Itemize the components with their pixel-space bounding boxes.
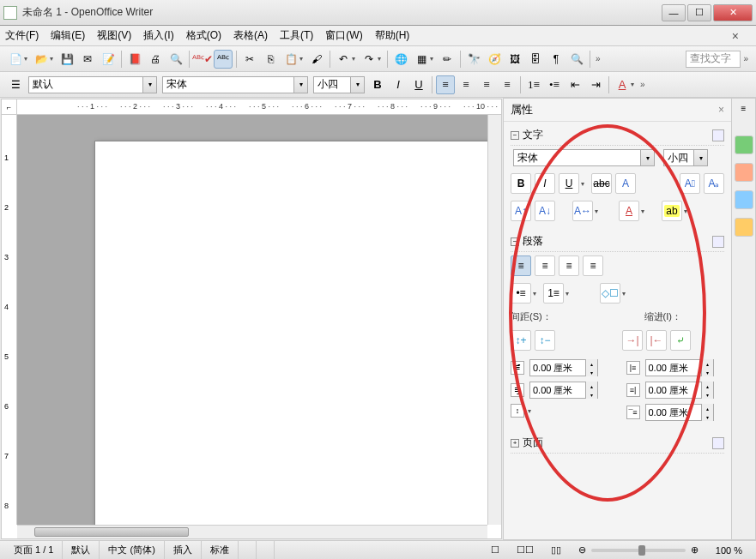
show-draw-button[interactable]: ✏ <box>438 50 457 69</box>
side-align-right-button[interactable]: ≡ <box>559 255 579 276</box>
menu-tools[interactable]: 工具(T) <box>280 28 313 43</box>
status-selection-mode[interactable]: 标准 <box>202 541 239 559</box>
paragraph-style-combo[interactable]: 默认▾ <box>28 76 157 93</box>
side-bgcolor-button[interactable]: ◇☐ <box>600 283 620 304</box>
space-above-spinner[interactable]: 0.00 厘米▴▾ <box>529 359 598 376</box>
sidebar-tab-navigator[interactable] <box>735 218 753 237</box>
menu-window[interactable]: 窗口(W) <box>325 28 362 43</box>
dec-indent-button[interactable]: |← <box>646 330 667 351</box>
side-align-left-button[interactable]: ≡ <box>511 255 531 276</box>
status-language[interactable]: 中文 (简体) <box>100 541 164 559</box>
inc-spacing-button[interactable]: ↕+ <box>511 330 531 351</box>
inc-indent-button[interactable]: →| <box>622 330 643 351</box>
number-list-button[interactable]: 1≡ <box>524 75 543 94</box>
horizontal-ruler[interactable]: · · · 1 · · ·· · · 2 · · ·· · · 3 · · ··… <box>17 99 501 115</box>
font-name-combo[interactable]: 宋体▾ <box>162 76 308 93</box>
open-button[interactable]: 📂 <box>32 50 51 69</box>
print-button[interactable]: 🖨 <box>146 50 165 69</box>
document-page[interactable] <box>94 141 487 525</box>
section-page-header[interactable]: + 页面 <box>511 433 724 454</box>
side-grow-button[interactable]: A↑ <box>511 201 531 221</box>
side-fontcolor-button[interactable]: A <box>619 201 639 221</box>
navigator-button[interactable]: 🧭 <box>485 50 504 69</box>
paste-button[interactable]: 📋 <box>281 50 300 69</box>
side-bold-button[interactable]: B <box>511 173 531 194</box>
export-pdf-button[interactable]: 📕 <box>125 50 144 69</box>
section-text-header[interactable]: − 文字 <box>511 125 724 146</box>
find-button[interactable]: 🔭 <box>464 50 483 69</box>
preview-button[interactable]: 🔍 <box>166 50 185 69</box>
document-canvas[interactable] <box>17 115 487 525</box>
italic-button[interactable]: I <box>389 75 408 94</box>
redo-button[interactable]: ↷ <box>360 50 378 69</box>
table-button[interactable]: ▦ <box>412 50 431 69</box>
status-insert-mode[interactable]: 插入 <box>165 541 202 559</box>
side-underline-button[interactable]: U <box>559 173 579 194</box>
cut-button[interactable]: ✂ <box>240 50 259 69</box>
toolbar-overflow-icon[interactable]: » <box>596 54 601 63</box>
collapse-icon[interactable]: − <box>511 131 519 140</box>
auto-spellcheck-button[interactable]: ᴬᴮᶜ <box>214 50 233 69</box>
side-subscript-button[interactable]: Aₐ <box>704 173 724 194</box>
view-single-icon[interactable]: ☐ <box>482 541 508 559</box>
dec-spacing-button[interactable]: ↕− <box>535 330 555 351</box>
side-font-combo[interactable]: 宋体▾ <box>513 149 655 166</box>
increase-indent-button[interactable]: ⇥ <box>586 75 605 94</box>
gallery-button[interactable]: 🖼 <box>505 50 524 69</box>
format-paintbrush-button[interactable]: 🖌 <box>307 50 326 69</box>
section-para-options-icon[interactable] <box>712 236 724 248</box>
nonprinting-button[interactable]: ¶ <box>547 50 565 69</box>
find-toolbar-input[interactable]: 查找文字 <box>686 51 741 68</box>
sidebar-tab-properties[interactable] <box>735 135 753 154</box>
status-style[interactable]: 默认 <box>63 541 100 559</box>
edit-file-button[interactable]: 📝 <box>99 50 118 69</box>
vertical-ruler[interactable]: 12345678 <box>2 115 17 525</box>
formatting-overflow-icon[interactable]: » <box>640 80 645 89</box>
menu-insert[interactable]: 插入(I) <box>143 28 173 43</box>
align-center-button[interactable]: ≡ <box>457 75 475 94</box>
collapse-icon[interactable]: − <box>511 237 519 246</box>
side-superscript-button[interactable]: Aͣ <box>680 173 700 194</box>
font-color-button[interactable]: A <box>613 75 632 94</box>
menu-file[interactable]: 文件(F) <box>5 28 39 43</box>
side-shadow-button[interactable]: A <box>615 173 636 194</box>
undo-button[interactable]: ↶ <box>334 50 353 69</box>
zoom-percent[interactable]: 100 % <box>707 541 751 559</box>
side-size-combo[interactable]: 小四▾ <box>663 149 708 166</box>
section-para-header[interactable]: − 段落 <box>511 231 724 252</box>
indent-left-spinner[interactable]: 0.00 厘米▴▾ <box>645 359 714 376</box>
menu-table[interactable]: 表格(A) <box>233 28 268 43</box>
side-highlight-button[interactable]: ab <box>662 201 682 221</box>
sidebar-tab-styles[interactable] <box>735 163 753 182</box>
decrease-indent-button[interactable]: ⇤ <box>565 75 584 94</box>
font-size-combo[interactable]: 小四▾ <box>313 76 365 93</box>
bullet-list-button[interactable]: •≡ <box>545 75 564 94</box>
document-close-icon[interactable]: × <box>732 29 739 43</box>
side-align-center-button[interactable]: ≡ <box>535 255 555 276</box>
copy-button[interactable]: ⎘ <box>261 50 280 69</box>
sidebar-close-icon[interactable]: × <box>718 104 724 116</box>
zoom-slider[interactable] <box>591 549 686 552</box>
menu-format[interactable]: 格式(O) <box>186 28 221 43</box>
close-button[interactable]: ✕ <box>713 4 753 21</box>
align-left-button[interactable]: ≡ <box>436 75 455 94</box>
zoom-out-icon[interactable]: ⊖ <box>578 544 586 556</box>
zoom-button[interactable]: 🔍 <box>567 50 586 69</box>
view-multi-icon[interactable]: ☐☐ <box>508 541 542 559</box>
horizontal-scrollbar[interactable] <box>17 525 487 538</box>
email-button[interactable]: ✉ <box>78 50 97 69</box>
zoom-in-icon[interactable]: ⊕ <box>691 544 699 556</box>
side-shrink-button[interactable]: A↓ <box>535 201 555 221</box>
menu-edit[interactable]: 编辑(E) <box>51 28 85 43</box>
status-page[interactable]: 页面 1 / 1 <box>5 541 63 559</box>
bold-button[interactable]: B <box>368 75 387 94</box>
section-text-options-icon[interactable] <box>712 129 724 141</box>
indent-first-spinner[interactable]: 0.00 厘米▴▾ <box>645 404 714 421</box>
side-numbers-button[interactable]: 1≡ <box>543 283 564 304</box>
find-toolbar-overflow-icon[interactable]: » <box>743 54 748 63</box>
menu-view[interactable]: 视图(V) <box>97 28 131 43</box>
side-italic-button[interactable]: I <box>535 173 555 194</box>
side-align-justify-button[interactable]: ≡ <box>583 255 603 276</box>
indent-right-spinner[interactable]: 0.00 厘米▴▾ <box>645 382 714 399</box>
expand-icon[interactable]: + <box>511 439 519 448</box>
